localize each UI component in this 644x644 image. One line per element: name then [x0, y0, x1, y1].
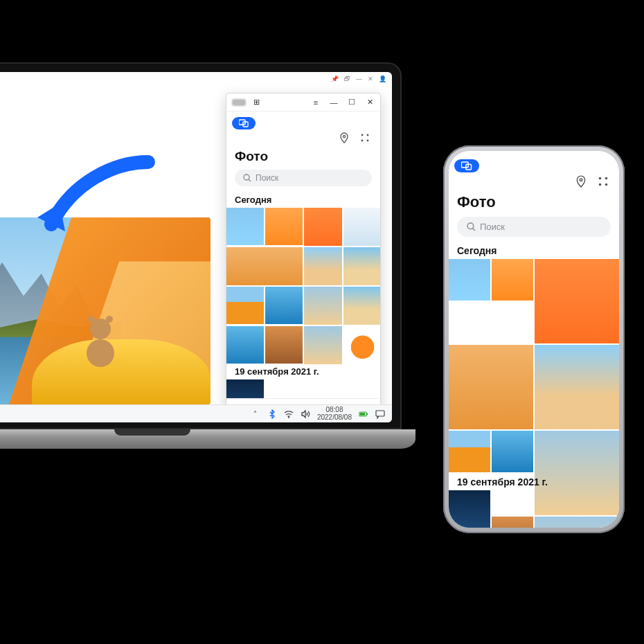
photo-thumb[interactable] [449, 431, 490, 472]
photo-grid-today [449, 259, 619, 475]
svg-point-20 [605, 184, 608, 186]
laptop-screen: 📌 🗗 — ✕ 👤 [0, 72, 392, 422]
pin-icon[interactable]: 📌 [331, 75, 339, 82]
search-icon [467, 222, 476, 231]
section-label-date: 19 сентября 2021 г. [449, 475, 619, 490]
search-input[interactable]: Поиск [235, 170, 372, 186]
photo-thumb[interactable] [304, 247, 342, 285]
phone-screen: Фото Поиск Сегодня [449, 151, 619, 528]
search-placeholder: Поиск [256, 173, 278, 183]
bluetooth-icon[interactable] [267, 409, 277, 419]
multiscreen-icon [239, 119, 249, 127]
multiscreen-pill[interactable] [454, 159, 479, 172]
tray-chevron-icon[interactable]: ˄ [251, 409, 260, 419]
photo-thumb[interactable] [304, 326, 342, 364]
battery-icon[interactable] [359, 409, 368, 419]
page-title: Фото [226, 146, 380, 170]
photo-thumb[interactable] [343, 208, 380, 246]
svg-point-2 [343, 135, 345, 137]
wifi-icon[interactable] [284, 409, 294, 419]
svg-rect-11 [367, 413, 368, 415]
minimize-icon[interactable]: — [329, 98, 339, 107]
svg-point-16 [580, 179, 582, 181]
svg-point-17 [599, 177, 602, 180]
windows-taskbar: ˄ 08:08 2022/08/08 [0, 404, 392, 422]
svg-point-19 [599, 184, 602, 186]
drag-arrow-icon [30, 155, 155, 252]
menu-icon[interactable]: ≡ [311, 98, 321, 107]
photo-grid-today [226, 208, 380, 365]
svg-point-9 [288, 417, 289, 418]
photo-thumb[interactable] [226, 247, 303, 285]
photo-thumb[interactable] [226, 208, 264, 245]
mirror-window-title [232, 99, 246, 106]
app-window-titlebar: 📌 🗗 — ✕ 👤 [0, 72, 392, 86]
section-label-today: Сегодня [449, 244, 619, 259]
photo-thumb[interactable] [265, 208, 303, 245]
taskbar-time: 08:08 [317, 406, 352, 414]
search-icon [243, 174, 251, 182]
gallery-app: Фото Поиск Сегодня [449, 151, 619, 528]
laptop-bezel: 📌 🗗 — ✕ 👤 [0, 62, 402, 429]
laptop-device: 📌 🗗 — ✕ 👤 [0, 62, 402, 457]
photo-thumb[interactable] [343, 247, 380, 285]
search-placeholder: Поиск [480, 222, 505, 232]
photo-thumb[interactable] [304, 287, 342, 325]
photo-thumb[interactable] [265, 287, 303, 324]
svg-point-4 [367, 134, 369, 136]
close-icon[interactable]: ✕ [365, 98, 375, 107]
photo-thumb[interactable] [343, 287, 380, 325]
map-pin-icon[interactable] [575, 175, 587, 188]
search-input[interactable]: Поиск [457, 217, 611, 237]
multiscreen-icon [461, 161, 472, 170]
phone-mirror-window[interactable]: ⊞ ≡ — ☐ ✕ [226, 93, 381, 418]
map-pin-icon[interactable] [339, 132, 350, 143]
photo-thumb[interactable] [449, 490, 490, 528]
svg-point-6 [367, 140, 369, 142]
restore-icon[interactable]: 🗗 [344, 75, 350, 82]
photo-thumb[interactable] [449, 345, 533, 429]
svg-point-21 [467, 223, 474, 229]
photo-thumb[interactable] [226, 379, 264, 398]
minimize-icon[interactable]: — [356, 75, 362, 82]
action-center-icon[interactable] [375, 409, 385, 419]
photo-grid-date [449, 490, 619, 528]
more-grid-icon[interactable] [597, 175, 609, 188]
taskbar-clock[interactable]: 08:08 2022/08/08 [317, 406, 352, 421]
multiscreen-pill[interactable] [232, 117, 256, 129]
section-label-today: Сегодня [226, 193, 380, 208]
photo-thumb[interactable] [449, 259, 490, 301]
svg-point-7 [244, 175, 249, 180]
photo-thumb[interactable] [535, 345, 619, 429]
phone-device: Фото Поиск Сегодня [443, 145, 625, 533]
photo-thumb[interactable] [304, 208, 342, 246]
photo-thumb[interactable] [343, 326, 380, 364]
photo-grid-date [226, 379, 380, 398]
photo-thumb[interactable] [226, 287, 264, 324]
svg-point-3 [361, 134, 364, 136]
gallery-app: Фото Поиск Сегодня [226, 111, 380, 398]
grid-icon[interactable]: ⊞ [251, 98, 261, 107]
svg-point-18 [605, 177, 608, 180]
photo-thumb[interactable] [535, 259, 619, 343]
laptop-base [0, 429, 415, 449]
photo-thumb[interactable] [226, 326, 264, 364]
mirror-window-titlebar: ⊞ ≡ — ☐ ✕ [226, 93, 380, 111]
taskbar-date: 2022/08/08 [317, 414, 352, 422]
sound-icon[interactable] [301, 409, 310, 419]
more-grid-icon[interactable] [359, 132, 370, 143]
photo-thumb[interactable] [492, 259, 533, 301]
svg-rect-13 [376, 411, 384, 416]
user-icon[interactable]: 👤 [379, 75, 386, 82]
svg-line-22 [473, 229, 475, 231]
svg-rect-12 [360, 413, 365, 415]
photo-thumb[interactable] [265, 326, 303, 364]
close-icon[interactable]: ✕ [368, 75, 373, 82]
maximize-icon[interactable]: ☐ [347, 98, 357, 107]
svg-point-5 [361, 140, 364, 142]
svg-line-8 [249, 179, 251, 181]
photo-thumb[interactable] [492, 431, 533, 472]
page-title: Фото [449, 190, 619, 217]
section-label-date: 19 сентября 2021 г. [226, 365, 380, 379]
